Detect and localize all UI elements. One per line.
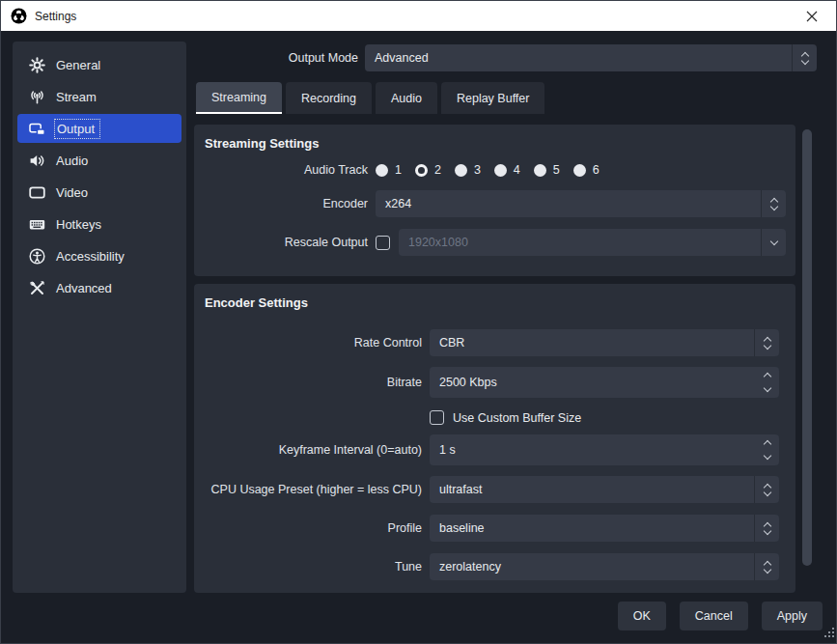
spinner-arrows-icon[interactable] — [761, 190, 786, 217]
bitrate-row: Bitrate 2500 Kbps — [194, 367, 795, 398]
audio-track-2[interactable]: 2 — [415, 163, 441, 177]
use-custom-buffer-label: Use Custom Buffer Size — [453, 411, 581, 425]
apply-button[interactable]: Apply — [762, 602, 823, 630]
output-mode-label: Output Mode — [194, 51, 358, 65]
chevron-down-icon[interactable] — [761, 229, 786, 256]
radio-icon — [376, 164, 388, 177]
cancel-button[interactable]: Cancel — [680, 602, 748, 630]
titlebar: Settings — [1, 1, 836, 31]
radio-checked-icon — [415, 164, 428, 177]
tab-replay-buffer[interactable]: Replay Buffer — [441, 82, 545, 114]
sidebar-item-label: Stream — [56, 90, 97, 104]
sidebar-item-general[interactable]: General — [17, 50, 181, 79]
tune-label: Tune — [194, 560, 422, 574]
bitrate-spinbox[interactable]: 2500 Kbps — [430, 367, 779, 398]
encoder-row: Encoder x264 — [194, 190, 795, 217]
encoder-settings-title: Encoder Settings — [194, 284, 795, 310]
radio-icon — [494, 164, 507, 177]
keyboard-icon — [29, 216, 45, 233]
output-tabs: Streaming Recording Audio Replay Buffer — [196, 82, 544, 114]
keyframe-interval-spinbox[interactable]: 1 s — [430, 434, 779, 465]
cpu-preset-select[interactable]: ultrafast — [430, 476, 779, 503]
display-icon — [29, 184, 45, 201]
sidebar-item-video[interactable]: Video — [17, 178, 181, 207]
sidebar-item-label: Output — [54, 119, 100, 139]
spinbox-arrows-icon[interactable] — [765, 367, 770, 398]
spinner-arrows-icon[interactable] — [754, 329, 779, 356]
output-mode-select[interactable]: Advanced — [365, 44, 817, 71]
rate-control-select[interactable]: CBR — [430, 329, 779, 356]
sidebar-item-stream[interactable]: Stream — [17, 82, 181, 111]
tune-row: Tune zerolatency — [194, 553, 795, 580]
sidebar-item-audio[interactable]: Audio — [17, 146, 181, 175]
tune-select[interactable]: zerolatency — [430, 553, 779, 580]
output-mode-row: Output Mode Advanced — [194, 44, 817, 71]
sidebar-item-output[interactable]: Output — [17, 114, 181, 143]
tab-streaming[interactable]: Streaming — [196, 82, 282, 114]
keyframe-interval-label: Keyframe Interval (0=auto) — [194, 443, 422, 457]
close-button[interactable] — [797, 4, 826, 29]
tab-recording[interactable]: Recording — [286, 82, 372, 114]
vertical-scrollbar[interactable] — [802, 129, 812, 566]
gear-icon — [29, 57, 45, 73]
close-icon — [806, 11, 818, 22]
sidebar-item-label: Advanced — [56, 281, 112, 295]
radio-icon — [573, 164, 586, 177]
ok-button[interactable]: OK — [618, 602, 666, 630]
spinner-arrows-icon[interactable] — [754, 515, 779, 542]
sidebar-item-label: Hotkeys — [56, 217, 101, 232]
tab-audio[interactable]: Audio — [376, 82, 437, 114]
use-custom-buffer-checkbox-row[interactable]: Use Custom Buffer Size — [430, 410, 581, 425]
obs-logo-icon — [11, 8, 27, 24]
streaming-settings-panel: Streaming Settings Audio Track 1 2 3 4 5… — [194, 125, 795, 276]
tools-icon — [29, 280, 45, 296]
accessibility-icon — [29, 248, 45, 265]
audio-track-6[interactable]: 6 — [573, 163, 600, 177]
output-mode-value: Advanced — [365, 51, 792, 65]
audio-track-row: Audio Track 1 2 3 4 5 6 — [194, 163, 795, 177]
rate-control-row: Rate Control CBR — [194, 329, 795, 356]
cpu-preset-label: CPU Usage Preset (higher = less CPU) — [194, 483, 422, 496]
encoder-select[interactable]: x264 — [376, 190, 786, 217]
settings-window: Settings General Stream Output Audio Vid… — [0, 0, 837, 644]
sidebar-item-label: General — [56, 58, 100, 72]
rescale-resolution-select[interactable]: 1920x1080 — [399, 229, 786, 256]
dialog-buttons: OK Cancel Apply — [618, 602, 823, 630]
sidebar-item-hotkeys[interactable]: Hotkeys — [17, 210, 181, 238]
output-icon — [29, 121, 45, 137]
sidebar: General Stream Output Audio Video Hotkey… — [13, 42, 186, 593]
audio-track-4[interactable]: 4 — [494, 163, 520, 177]
profile-label: Profile — [194, 521, 422, 535]
custom-buffer-row: Use Custom Buffer Size — [430, 410, 795, 425]
bitrate-label: Bitrate — [194, 376, 422, 389]
audio-track-1[interactable]: 1 — [376, 163, 402, 177]
encoder-label: Encoder — [194, 197, 368, 210]
streaming-settings-title: Streaming Settings — [194, 125, 795, 151]
spinner-arrows-icon[interactable] — [792, 44, 817, 71]
profile-select[interactable]: baseline — [430, 515, 779, 542]
sidebar-item-advanced[interactable]: Advanced — [17, 273, 181, 302]
rate-control-label: Rate Control — [194, 336, 422, 350]
sidebar-item-label: Accessibility — [56, 249, 125, 264]
audio-track-5[interactable]: 5 — [534, 163, 560, 177]
audio-track-radios: 1 2 3 4 5 6 — [376, 163, 600, 177]
spinner-arrows-icon[interactable] — [754, 553, 779, 580]
encoder-settings-panel: Encoder Settings Rate Control CBR Bitrat… — [194, 284, 795, 593]
rescale-row: Rescale Output 1920x1080 — [194, 229, 795, 256]
spinner-arrows-icon[interactable] — [754, 476, 779, 503]
cpu-preset-row: CPU Usage Preset (higher = less CPU) ult… — [194, 476, 795, 503]
resize-grip[interactable] — [824, 625, 835, 642]
sidebar-item-label: Audio — [56, 154, 88, 168]
profile-row: Profile baseline — [194, 515, 795, 542]
keyframe-row: Keyframe Interval (0=auto) 1 s — [194, 434, 795, 465]
sidebar-item-label: Video — [56, 185, 88, 200]
use-custom-buffer-checkbox[interactable] — [430, 410, 444, 425]
spinbox-arrows-icon[interactable] — [765, 434, 770, 465]
audio-track-3[interactable]: 3 — [455, 163, 481, 177]
sidebar-item-accessibility[interactable]: Accessibility — [17, 241, 181, 270]
rescale-output-checkbox[interactable] — [376, 236, 390, 250]
audio-track-label: Audio Track — [194, 163, 368, 177]
rescale-output-label: Rescale Output — [194, 236, 368, 249]
window-title: Settings — [35, 10, 76, 23]
speaker-icon — [29, 153, 45, 169]
